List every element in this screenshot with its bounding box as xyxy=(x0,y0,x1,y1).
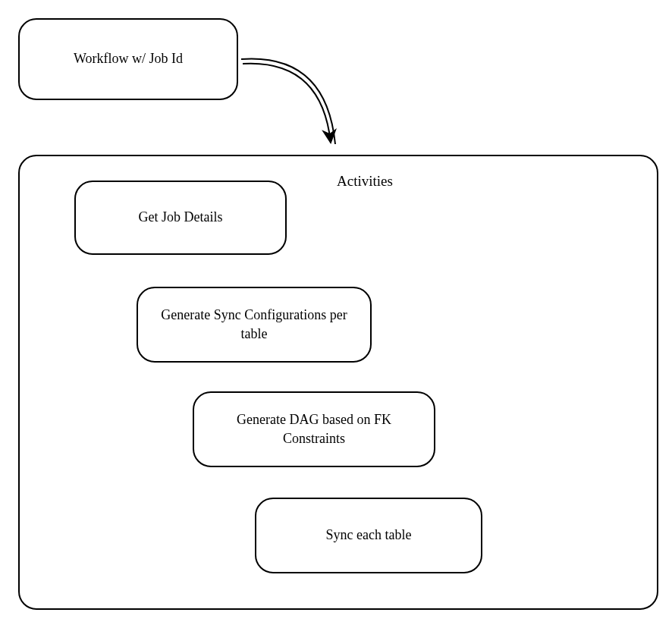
arrow-workflow-to-activities xyxy=(235,53,372,159)
activity-node-sync-each-table: Sync each table xyxy=(255,498,482,573)
activity-node-get-job-details: Get Job Details xyxy=(74,181,287,255)
workflow-node: Workflow w/ Job Id xyxy=(18,18,238,100)
activity-label: Sync each table xyxy=(326,526,412,545)
activity-label: Generate Sync Configurations per table xyxy=(153,306,355,344)
workflow-node-label: Workflow w/ Job Id xyxy=(74,49,183,68)
activity-node-generate-sync-configs: Generate Sync Configurations per table xyxy=(137,287,372,363)
activity-label: Get Job Details xyxy=(139,208,223,227)
activity-label: Generate DAG based on FK Constraints xyxy=(209,410,419,448)
activities-container-label: Activities xyxy=(337,173,393,190)
activity-node-generate-dag: Generate DAG based on FK Constraints xyxy=(193,391,435,467)
